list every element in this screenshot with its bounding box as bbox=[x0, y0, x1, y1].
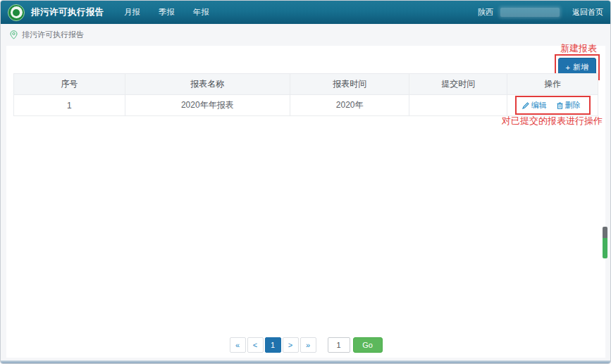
pagination-first-button[interactable]: « bbox=[230, 337, 246, 353]
side-float-widget[interactable] bbox=[603, 227, 607, 258]
pagination-next-button[interactable]: > bbox=[283, 337, 299, 353]
delete-label: 删除 bbox=[565, 100, 581, 111]
page-jump-input[interactable] bbox=[328, 337, 350, 353]
top-nav: 月报 季报 年报 bbox=[124, 7, 209, 18]
nav-monthly-report[interactable]: 月报 bbox=[124, 7, 140, 18]
page-go-button[interactable]: Go bbox=[353, 337, 383, 353]
user-region-label: 陕西 bbox=[478, 7, 493, 18]
app-title: 排污许可执行报告 bbox=[31, 6, 104, 18]
top-header: 排污许可执行报告 月报 季报 年报 陕西 返回首页 bbox=[1, 1, 610, 24]
cell-report-name: 2020年年报表 bbox=[125, 95, 290, 116]
delete-link[interactable]: 删除 bbox=[557, 100, 581, 111]
side-widget-bar bbox=[603, 238, 607, 258]
cell-index: 1 bbox=[14, 95, 125, 116]
topbar-right: 陕西 返回首页 bbox=[478, 7, 603, 18]
delete-trash-icon bbox=[557, 102, 563, 109]
pagination-last-button[interactable]: » bbox=[300, 337, 316, 353]
annotation-new-report: 新建报表 bbox=[560, 42, 597, 55]
col-header-operation: 操作 bbox=[507, 74, 598, 95]
pagination-page-1-button[interactable]: 1 bbox=[265, 337, 281, 353]
col-header-report-time: 报表时间 bbox=[290, 74, 409, 95]
logo-ring bbox=[11, 6, 23, 18]
annotation-operate-submitted: 对已提交的报表进行操作 bbox=[502, 115, 603, 127]
pagination: « < 1 > » Go bbox=[6, 337, 605, 353]
annotation-box-row-actions: 编辑 删除 bbox=[515, 96, 591, 115]
table-header-row: 序号 报表名称 报表时间 提交时间 操作 bbox=[14, 74, 598, 95]
cell-submit-time bbox=[409, 95, 507, 116]
main-panel: 新建报表 + 新增 序号 报表名称 报表时间 提交时间 操作 bbox=[6, 46, 605, 358]
cell-report-time: 2020年 bbox=[290, 95, 409, 116]
edit-pencil-icon bbox=[522, 102, 529, 109]
nav-quarterly-report[interactable]: 季报 bbox=[159, 7, 175, 18]
breadcrumb: 排污许可执行报告 bbox=[1, 24, 610, 46]
col-header-submit-time: 提交时间 bbox=[409, 74, 507, 95]
col-header-index: 序号 bbox=[14, 74, 125, 95]
edit-label: 编辑 bbox=[531, 100, 547, 111]
logo-core bbox=[13, 9, 20, 16]
app-window: 排污许可执行报告 月报 季报 年报 陕西 返回首页 排污许可执行报告 新建报表 … bbox=[0, 0, 611, 364]
add-button-label: 新增 bbox=[573, 62, 588, 73]
nav-annual-report[interactable]: 年报 bbox=[193, 7, 209, 18]
plus-icon: + bbox=[566, 63, 570, 72]
environment-ministry-logo-icon bbox=[8, 4, 25, 21]
redacted-company-name bbox=[500, 8, 560, 17]
table-row: 1 2020年年报表 2020年 编辑 bbox=[14, 95, 598, 116]
return-home-link[interactable]: 返回首页 bbox=[572, 7, 603, 18]
breadcrumb-label: 排污许可执行报告 bbox=[22, 30, 84, 40]
cell-operation: 编辑 删除 bbox=[507, 95, 598, 116]
bottom-border-bar bbox=[1, 360, 610, 363]
side-widget-grip bbox=[603, 227, 607, 238]
location-pin-icon bbox=[10, 30, 18, 39]
report-table: 序号 报表名称 报表时间 提交时间 操作 1 2020年年报表 2020年 bbox=[13, 73, 598, 116]
edit-link[interactable]: 编辑 bbox=[522, 100, 547, 111]
pagination-prev-button[interactable]: < bbox=[247, 337, 264, 353]
col-header-report-name: 报表名称 bbox=[125, 74, 290, 95]
